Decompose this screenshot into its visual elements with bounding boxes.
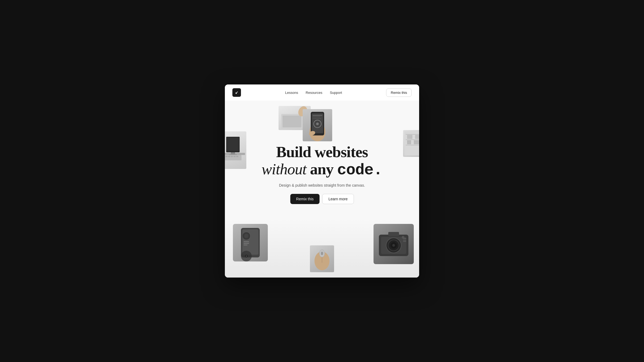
hero-title-line1: Build websites: [262, 143, 382, 161]
svg-rect-18: [225, 155, 241, 160]
nav-link-lessons[interactable]: Lessons: [285, 91, 298, 95]
remix-button-nav[interactable]: Remix this: [386, 88, 412, 97]
main-content: Build websites without any code. Design …: [225, 101, 419, 278]
svg-rect-55: [403, 240, 406, 242]
svg-rect-25: [406, 134, 419, 135]
navbar: ↙ Lessons Resources Support Remix this: [225, 84, 419, 101]
svg-rect-19: [225, 156, 228, 157]
floating-image-top-right: [303, 109, 332, 141]
svg-rect-16: [231, 152, 235, 154]
hero-italic-word: without: [262, 160, 306, 178]
svg-rect-39: [244, 241, 249, 242]
floating-image-bottom-center: [310, 245, 334, 272]
floating-image-bottom-right: [374, 224, 414, 264]
hero-subtitle: Design & publish websites straight from …: [262, 183, 382, 187]
svg-rect-29: [415, 135, 419, 139]
floating-image-right: [403, 130, 419, 157]
svg-rect-28: [407, 135, 412, 139]
hero-buttons: Remix this Learn more: [262, 194, 382, 204]
svg-rect-21: [231, 156, 233, 157]
svg-rect-31: [414, 140, 419, 144]
floating-image-left: [225, 131, 246, 169]
svg-rect-23: [236, 156, 238, 157]
svg-rect-1: [283, 116, 301, 127]
svg-rect-9: [313, 118, 321, 119]
svg-rect-30: [407, 140, 411, 144]
hero-code-word: code.: [337, 161, 382, 179]
nav-link-resources[interactable]: Resources: [306, 91, 322, 95]
svg-rect-40: [244, 243, 249, 244]
hero-any-word: any: [306, 160, 337, 178]
svg-rect-20: [228, 156, 230, 157]
svg-rect-3: [301, 109, 303, 116]
remix-button-hero[interactable]: Remix this: [290, 194, 320, 204]
nav-link-support[interactable]: Support: [330, 91, 342, 95]
svg-rect-26: [406, 139, 419, 140]
svg-rect-41: [244, 245, 247, 245]
svg-rect-22: [233, 156, 236, 157]
svg-point-51: [392, 244, 395, 247]
logo-symbol: ↙: [235, 90, 238, 95]
svg-point-36: [246, 256, 247, 257]
learn-more-button[interactable]: Learn more: [322, 194, 354, 204]
svg-rect-8: [313, 117, 320, 117]
svg-rect-27: [406, 145, 419, 145]
svg-rect-15: [227, 138, 239, 151]
svg-point-38: [244, 234, 248, 238]
hero-title-line2: without any code.: [262, 161, 382, 179]
svg-point-11: [316, 123, 319, 125]
hero-section: Build websites without any code. Design …: [262, 143, 382, 204]
floating-image-bottom-left: [233, 224, 268, 261]
svg-rect-17: [229, 154, 237, 155]
nav-links: Lessons Resources Support: [285, 91, 342, 95]
browser-window: ↙ Lessons Resources Support Remix this: [225, 84, 419, 278]
svg-rect-52: [388, 232, 399, 236]
svg-rect-7: [313, 115, 322, 116]
svg-rect-54: [403, 238, 406, 239]
svg-rect-45: [321, 252, 323, 255]
logo[interactable]: ↙: [232, 88, 241, 97]
